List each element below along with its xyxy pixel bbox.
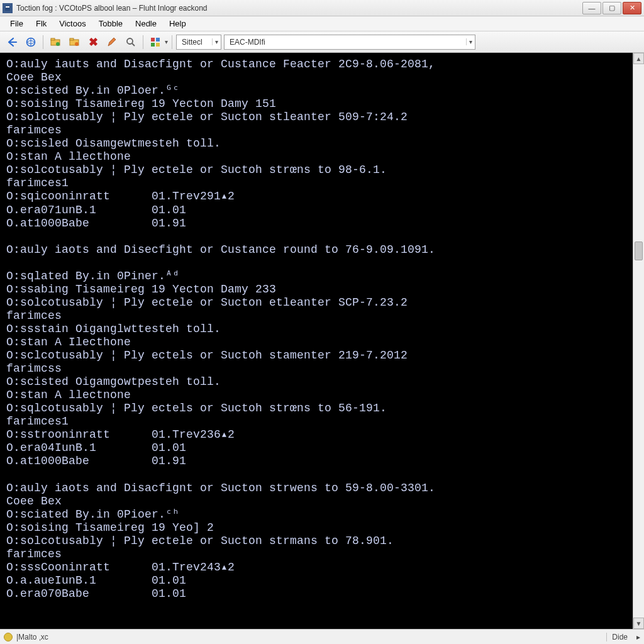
svg-line-10: [132, 43, 135, 46]
menu-nedle[interactable]: Nedle: [129, 18, 163, 30]
toolbar-separator-2: [143, 35, 143, 49]
menu-victoos[interactable]: Victoos: [53, 18, 92, 30]
svg-rect-4: [51, 38, 55, 40]
svg-rect-11: [151, 38, 155, 42]
status-right-text: Dide: [606, 633, 633, 641]
palette-icon[interactable]: [147, 34, 164, 50]
scroll-thumb[interactable]: [635, 242, 643, 260]
maximize-button[interactable]: ▢: [602, 2, 621, 14]
combo-small-value: Sittecl: [179, 38, 212, 47]
window-controls: — ▢ ✕: [581, 2, 641, 14]
svg-point-9: [127, 38, 133, 44]
menu-help[interactable]: Help: [163, 18, 192, 30]
combo-large[interactable]: EAC-MDIfi ▾: [224, 35, 475, 50]
svg-rect-14: [156, 43, 160, 47]
status-arrow-icon[interactable]: ▸: [633, 633, 640, 641]
edit-icon[interactable]: [104, 34, 120, 50]
close-button[interactable]: ✕: [623, 2, 641, 14]
refresh-icon[interactable]: [23, 34, 39, 50]
svg-point-5: [56, 42, 60, 46]
combo-small[interactable]: Sittecl ▾: [176, 35, 221, 50]
combo-large-value: EAC-MDIfi: [227, 38, 466, 47]
terminal-output[interactable]: O:auly iauts and Disacfignt or Custance …: [0, 53, 633, 629]
menu-flk[interactable]: Flk: [30, 18, 53, 30]
palette-dropdown-arrow[interactable]: ▾: [165, 38, 168, 45]
app-icon: [3, 3, 13, 13]
delete-icon[interactable]: ✖: [85, 34, 101, 50]
terminal-area: O:auly iauts and Disacfignt or Custance …: [0, 53, 644, 629]
menubar: File Flk Victoos Tobble Nedle Help: [0, 16, 644, 31]
svg-rect-1: [6, 6, 9, 8]
status-icon: [4, 633, 13, 641]
folder-green-icon[interactable]: [47, 34, 64, 50]
app-window: Toction fog : VCOtoPS albool lean – Fluh…: [0, 0, 644, 644]
search-icon[interactable]: [123, 34, 139, 50]
toolbar-separator-3: [172, 35, 172, 49]
titlebar: Toction fog : VCOtoPS albool lean – Fluh…: [0, 0, 644, 16]
status-left-text: |Malto ˌxc: [16, 633, 606, 641]
svg-point-8: [75, 42, 79, 46]
menu-file[interactable]: File: [4, 18, 30, 30]
scroll-down-arrow[interactable]: ▼: [633, 618, 644, 629]
scroll-up-arrow[interactable]: ▲: [633, 53, 644, 64]
statusbar: |Malto ˌxc Dide ▸: [0, 629, 644, 644]
vertical-scrollbar[interactable]: ▲ ▼: [633, 53, 644, 629]
toolbar: ✖ ▾ Sittecl ▾ EAC-MDIfi ▾: [0, 31, 644, 53]
toolbar-separator: [43, 35, 43, 49]
svg-rect-13: [151, 43, 155, 47]
folder-orange-icon[interactable]: [66, 34, 82, 50]
window-title: Toction fog : VCOtoPS albool lean – Fluh…: [16, 4, 581, 13]
minimize-button[interactable]: —: [582, 2, 601, 14]
svg-rect-7: [70, 38, 74, 40]
svg-rect-12: [156, 38, 160, 42]
menu-tobble[interactable]: Tobble: [92, 18, 129, 30]
back-button[interactable]: [4, 34, 20, 50]
chevron-down-icon: ▾: [212, 38, 218, 45]
chevron-down-icon: ▾: [466, 38, 472, 45]
